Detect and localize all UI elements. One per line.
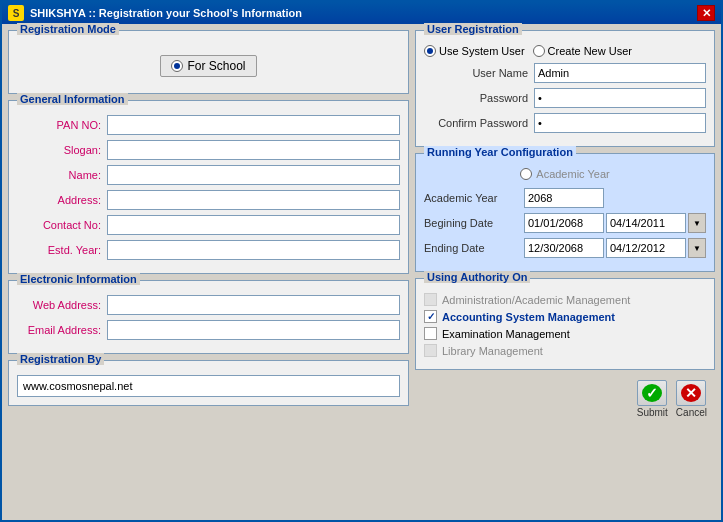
web-label: Web Address: <box>17 299 107 311</box>
general-info-group: General Information PAN NO: Slogan: Name… <box>8 100 409 274</box>
using-authority-group: Using Authority On Administration/Academ… <box>415 278 715 370</box>
contact-input[interactable] <box>107 215 400 235</box>
registration-by-input[interactable]: www.cosmosnepal.net <box>17 375 400 397</box>
academic-year-row: Academic Year <box>424 188 706 208</box>
ending-date-nepali[interactable] <box>524 238 604 258</box>
new-user-dot <box>533 45 545 57</box>
email-label: Email Address: <box>17 324 107 336</box>
exam-checkbox-row: Examination Management <box>424 327 706 340</box>
submit-button[interactable]: ✓ Submit <box>637 380 668 418</box>
admin-checkbox-row: Administration/Academic Management <box>424 293 706 306</box>
ending-date-combo: ▼ <box>524 238 706 258</box>
academic-year-radio-dot <box>520 168 532 180</box>
username-label: User Name <box>424 67 534 79</box>
system-user-dot <box>424 45 436 57</box>
estd-label: Estd. Year: <box>17 244 107 256</box>
new-user-label: Create New User <box>548 45 632 57</box>
pan-label: PAN NO: <box>17 119 107 131</box>
academic-year-label: Academic Year <box>424 192 524 204</box>
app-icon: S <box>8 5 24 21</box>
title-bar-left: S SHIKSHYA :: Registration your School's… <box>8 5 302 21</box>
running-year-title: Running Year Configuration <box>424 146 576 158</box>
confirm-password-input[interactable] <box>534 113 706 133</box>
slogan-row: Slogan: <box>17 140 400 160</box>
general-info-title: General Information <box>17 93 128 105</box>
main-window: S SHIKSHYA :: Registration your School's… <box>0 0 723 522</box>
radio-dot <box>171 60 183 72</box>
estd-input[interactable] <box>107 240 400 260</box>
academic-year-radio-label: Academic Year <box>536 168 609 180</box>
window-title: SHIKSHYA :: Registration your School's I… <box>30 7 302 19</box>
right-panel: User Registration Use System User Create… <box>415 30 715 514</box>
name-row: Name: <box>17 165 400 185</box>
beginning-date-nepali[interactable] <box>524 213 604 233</box>
for-school-label: For School <box>187 59 245 73</box>
password-row: Password <box>424 88 706 108</box>
ending-date-arrow[interactable]: ▼ <box>688 238 706 258</box>
cancel-label: Cancel <box>676 407 707 418</box>
title-bar: S SHIKSHYA :: Registration your School's… <box>2 2 721 24</box>
system-user-label: Use System User <box>439 45 525 57</box>
registration-by-group: Registration By www.cosmosnepal.net <box>8 360 409 406</box>
ending-date-row: Ending Date ▼ <box>424 238 706 258</box>
cancel-icon-container: ✕ <box>676 380 706 406</box>
confirm-password-label: Confirm Password <box>424 117 534 129</box>
beginning-date-row: Begining Date ▼ <box>424 213 706 233</box>
pan-input[interactable] <box>107 115 400 135</box>
exam-label: Examination Management <box>442 328 570 340</box>
beginning-date-label: Begining Date <box>424 217 524 229</box>
admin-label: Administration/Academic Management <box>442 294 630 306</box>
registration-by-title: Registration By <box>17 353 104 365</box>
email-input[interactable] <box>107 320 400 340</box>
registration-mode-group: Registration Mode For School <box>8 30 409 94</box>
submit-icon-container: ✓ <box>637 380 667 406</box>
library-checkbox[interactable] <box>424 344 437 357</box>
system-user-radio[interactable]: Use System User <box>424 45 525 57</box>
accounting-checkbox-row: ✓ Accounting System Management <box>424 310 706 323</box>
cancel-icon: ✕ <box>681 384 701 402</box>
user-radio-row: Use System User Create New User <box>424 45 706 57</box>
confirm-password-row: Confirm Password <box>424 113 706 133</box>
beginning-date-english[interactable] <box>606 213 686 233</box>
exam-checkbox[interactable] <box>424 327 437 340</box>
running-year-group: Running Year Configuration Academic Year… <box>415 153 715 272</box>
ending-date-label: Ending Date <box>424 242 524 254</box>
bottom-bar: ✓ Submit ✕ Cancel <box>415 376 715 422</box>
name-input[interactable] <box>107 165 400 185</box>
slogan-input[interactable] <box>107 140 400 160</box>
submit-label: Submit <box>637 407 668 418</box>
beginning-date-arrow[interactable]: ▼ <box>688 213 706 233</box>
close-button[interactable]: ✕ <box>697 5 715 21</box>
electronic-info-group: Electronic Information Web Address: Emai… <box>8 280 409 354</box>
new-user-radio[interactable]: Create New User <box>533 45 632 57</box>
web-input[interactable] <box>107 295 400 315</box>
user-registration-title: User Registration <box>424 23 522 35</box>
library-label: Library Management <box>442 345 543 357</box>
main-content: Registration Mode For School General Inf… <box>2 24 721 520</box>
username-input[interactable] <box>534 63 706 83</box>
accounting-checkbox[interactable]: ✓ <box>424 310 437 323</box>
estd-row: Estd. Year: <box>17 240 400 260</box>
for-school-radio[interactable]: For School <box>160 55 256 77</box>
admin-checkbox[interactable] <box>424 293 437 306</box>
pan-row: PAN NO: <box>17 115 400 135</box>
left-panel: Registration Mode For School General Inf… <box>8 30 409 514</box>
cancel-button[interactable]: ✕ Cancel <box>676 380 707 418</box>
contact-label: Contact No: <box>17 219 107 231</box>
academic-year-radio-row: Academic Year <box>424 168 706 180</box>
username-row: User Name <box>424 63 706 83</box>
address-label: Address: <box>17 194 107 206</box>
submit-icon: ✓ <box>642 384 662 402</box>
web-row: Web Address: <box>17 295 400 315</box>
address-input[interactable] <box>107 190 400 210</box>
registration-mode-content: For School <box>17 45 400 85</box>
slogan-label: Slogan: <box>17 144 107 156</box>
contact-row: Contact No: <box>17 215 400 235</box>
password-input[interactable] <box>534 88 706 108</box>
registration-mode-title: Registration Mode <box>17 23 119 35</box>
address-row: Address: <box>17 190 400 210</box>
ending-date-english[interactable] <box>606 238 686 258</box>
library-checkbox-row: Library Management <box>424 344 706 357</box>
user-registration-group: User Registration Use System User Create… <box>415 30 715 147</box>
academic-year-input[interactable] <box>524 188 604 208</box>
